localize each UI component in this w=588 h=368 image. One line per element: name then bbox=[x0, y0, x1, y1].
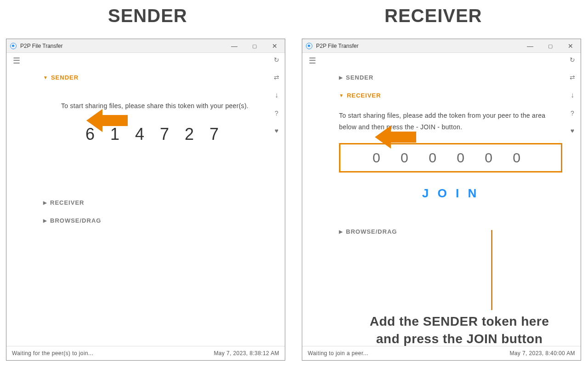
join-button[interactable]: J O I N bbox=[339, 186, 562, 201]
swap-icon[interactable]: ⇄ bbox=[570, 74, 575, 80]
chevron-right-icon: ▶ bbox=[43, 201, 47, 205]
window-title: P2P File Transfer bbox=[20, 43, 62, 49]
heart-icon[interactable]: ♥ bbox=[275, 127, 278, 134]
refresh-icon[interactable]: ↻ bbox=[570, 57, 575, 63]
maximize-button[interactable]: ▢ bbox=[244, 39, 265, 53]
refresh-icon[interactable]: ↻ bbox=[274, 57, 279, 63]
section-label: BROWSE/DRAG bbox=[50, 217, 101, 224]
chevron-right-icon: ▶ bbox=[339, 230, 343, 234]
chevron-down-icon: ▼ bbox=[43, 75, 48, 80]
side-toolbar: ↻ ⇄ ↓ ? ♥ bbox=[568, 57, 577, 134]
sender-window: P2P File Transfer — ▢ ✕ ☰ ↻ ⇄ ↓ ? ♥ ▼ SE… bbox=[6, 39, 285, 361]
minimize-button[interactable]: — bbox=[520, 39, 540, 53]
side-toolbar: ↻ ⇄ ↓ ? ♥ bbox=[272, 57, 281, 134]
heading-sender: SENDER bbox=[108, 6, 187, 26]
heading-receiver: RECEIVER bbox=[384, 6, 482, 26]
close-button[interactable]: ✕ bbox=[560, 39, 581, 53]
sender-token: 6 1 4 7 2 7 bbox=[43, 125, 266, 144]
minimize-button[interactable]: — bbox=[224, 39, 244, 53]
status-right: May 7, 2023, 8:38:12 AM bbox=[214, 350, 279, 356]
maximize-button[interactable]: ▢ bbox=[540, 39, 560, 53]
chevron-right-icon: ▶ bbox=[43, 218, 47, 223]
status-left: Waiting to join a peer... bbox=[308, 350, 368, 356]
section-label: SENDER bbox=[51, 74, 79, 81]
close-button[interactable]: ✕ bbox=[265, 39, 285, 53]
section-sender[interactable]: ▼ SENDER bbox=[43, 74, 266, 81]
status-bar: Waiting to join a peer... May 7, 2023, 8… bbox=[302, 346, 581, 360]
help-icon[interactable]: ? bbox=[571, 110, 574, 116]
download-icon[interactable]: ↓ bbox=[571, 92, 574, 99]
section-label: BROWSE/DRAG bbox=[346, 228, 397, 235]
swap-icon[interactable]: ⇄ bbox=[274, 74, 279, 80]
status-left: Waiting for the peer(s) to join... bbox=[12, 350, 93, 356]
window-title: P2P File Transfer bbox=[316, 43, 358, 49]
section-sender[interactable]: ▶ SENDER bbox=[339, 74, 562, 81]
section-browse[interactable]: ▶ BROWSE/DRAG bbox=[43, 217, 266, 224]
section-label: SENDER bbox=[346, 74, 373, 81]
section-browse[interactable]: ▶ BROWSE/DRAG bbox=[339, 228, 562, 235]
app-icon bbox=[10, 43, 17, 49]
receiver-instruction: To start sharing files, please add the t… bbox=[339, 110, 562, 133]
titlebar: P2P File Transfer — ▢ ✕ bbox=[6, 39, 285, 53]
section-receiver[interactable]: ▶ RECEIVER bbox=[43, 199, 266, 206]
hamburger-icon[interactable]: ☰ bbox=[309, 57, 316, 65]
chevron-down-icon: ▼ bbox=[339, 93, 344, 98]
heart-icon[interactable]: ♥ bbox=[571, 127, 574, 134]
app-icon bbox=[306, 43, 312, 49]
receiver-window: P2P File Transfer — ▢ ✕ ☰ ↻ ⇄ ↓ ? ♥ ▶ SE… bbox=[302, 39, 581, 361]
sender-instruction: To start sharing files, please share thi… bbox=[43, 100, 266, 112]
token-input[interactable]: 0 0 0 0 0 0 bbox=[339, 143, 562, 172]
help-icon[interactable]: ? bbox=[275, 110, 278, 116]
section-receiver[interactable]: ▼ RECEIVER bbox=[339, 92, 562, 99]
hamburger-icon[interactable]: ☰ bbox=[13, 57, 20, 65]
chevron-right-icon: ▶ bbox=[339, 75, 343, 80]
status-bar: Waiting for the peer(s) to join... May 7… bbox=[6, 346, 285, 360]
callout-line bbox=[491, 230, 492, 310]
callout-text: Add the SENDER token here and press the … bbox=[354, 313, 565, 348]
download-icon[interactable]: ↓ bbox=[275, 92, 278, 99]
section-label: RECEIVER bbox=[347, 92, 381, 99]
status-right: May 7, 2023, 8:40:00 AM bbox=[509, 350, 575, 356]
titlebar: P2P File Transfer — ▢ ✕ bbox=[302, 39, 581, 53]
section-label: RECEIVER bbox=[50, 199, 84, 206]
